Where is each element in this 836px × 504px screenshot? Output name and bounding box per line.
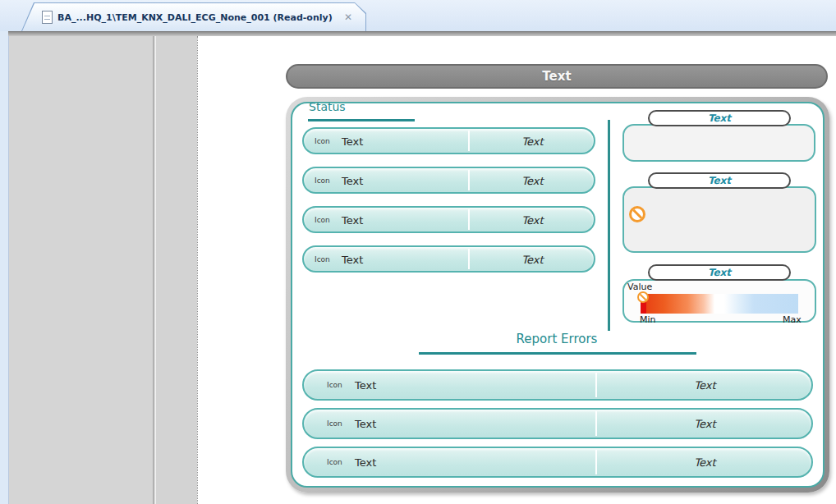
- switch-caption: Text: [708, 112, 731, 124]
- template-header-title: Text: [542, 69, 571, 84]
- tab-title: BA_...HQ_1\TEM_KNX_DALI_ECG_None_001 (Re…: [57, 12, 333, 23]
- secondary-panel: [156, 36, 197, 504]
- report-icon-placeholder: Icon: [327, 458, 342, 466]
- max-label: Max: [783, 314, 802, 325]
- min-label: Min: [640, 314, 656, 325]
- report-error-row[interactable]: Icon Text Text: [302, 369, 813, 401]
- report-value: Text: [597, 379, 813, 392]
- editor-window: BA_...HQ_1\TEM_KNX_DALI_ECG_None_001 (Re…: [0, 0, 836, 504]
- range-caption-oval[interactable]: Text: [648, 264, 791, 281]
- section-divider: [608, 120, 610, 331]
- status-label: Text: [342, 174, 363, 186]
- report-icon-placeholder: Icon: [327, 419, 342, 428]
- report-icon-placeholder: Icon: [327, 381, 342, 389]
- status-icon-placeholder: Icon: [315, 137, 330, 145]
- report-label: Text: [355, 379, 376, 392]
- status-row[interactable]: Icon Text Text: [302, 206, 595, 233]
- template-header[interactable]: Text: [286, 64, 828, 89]
- value-label: Value: [627, 282, 652, 292]
- switch-box: [622, 124, 815, 162]
- status-value: Text: [470, 213, 595, 226]
- status-label: Text: [342, 213, 363, 226]
- tab-bar: BA_...HQ_1\TEM_KNX_DALI_ECG_None_001 (Re…: [0, 0, 836, 31]
- no-entry-icon: [629, 206, 645, 222]
- spinner-box: [622, 186, 816, 253]
- report-label: Text: [355, 456, 376, 469]
- status-icon-placeholder: Icon: [315, 255, 330, 263]
- switch-caption-oval[interactable]: Text: [648, 110, 791, 126]
- gradient-bar[interactable]: [641, 294, 798, 314]
- close-icon[interactable]: ✕: [342, 11, 354, 23]
- spinner-caption: Text: [708, 175, 731, 186]
- status-icon-placeholder: Icon: [315, 176, 330, 185]
- status-value: Text: [470, 135, 595, 147]
- range-caption: Text: [708, 267, 731, 278]
- report-errors-underline: [419, 352, 696, 355]
- document-icon: [42, 11, 53, 24]
- report-errors-title: Report Errors: [368, 332, 746, 346]
- status-icon-placeholder: Icon: [315, 216, 330, 224]
- status-label: Text: [342, 135, 363, 147]
- status-section-title: Status: [309, 100, 346, 113]
- report-label: Text: [355, 418, 376, 430]
- no-entry-icon-small: [637, 291, 649, 303]
- status-row[interactable]: Icon Text Text: [302, 167, 595, 194]
- spinner-caption-oval[interactable]: Text: [648, 172, 791, 189]
- status-row[interactable]: Icon Text Text: [302, 245, 595, 273]
- report-error-row[interactable]: Icon Text Text: [302, 408, 813, 439]
- document-tab[interactable]: BA_...HQ_1\TEM_KNX_DALI_ECG_None_001 (Re…: [21, 2, 366, 31]
- status-label: Text: [342, 253, 363, 265]
- status-row[interactable]: Icon Text Text: [302, 127, 595, 154]
- report-error-row[interactable]: Icon Text Text: [302, 447, 813, 478]
- status-underline: [308, 119, 415, 121]
- status-value: Text: [470, 253, 595, 265]
- report-value: Text: [597, 418, 813, 430]
- left-panel: [8, 36, 153, 504]
- status-value: Text: [470, 174, 595, 186]
- report-value: Text: [597, 456, 813, 469]
